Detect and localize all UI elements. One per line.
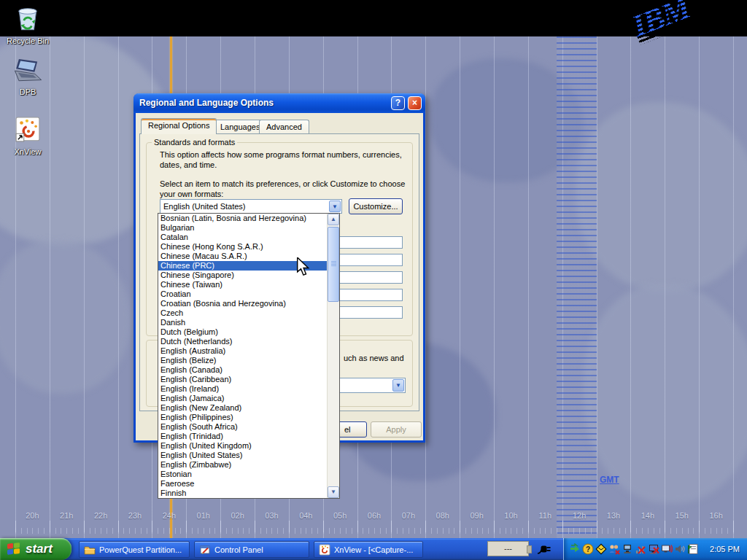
desktop-icon-label: XnView [0, 147, 55, 156]
start-button-label: start [26, 542, 53, 556]
gmt-meridian-band [557, 36, 597, 538]
taskbar: start PowerQuest Partition... Control Pa… [0, 538, 747, 560]
hour-label: 13h [597, 511, 631, 520]
hour-label: 03h [255, 511, 289, 520]
dialog-titlebar[interactable]: Regional and Language Options ? × [133, 93, 425, 113]
hour-label: 06h [357, 511, 392, 520]
volume-icon[interactable] [674, 543, 686, 555]
text-input-icon[interactable] [687, 543, 699, 555]
locale-list-item[interactable]: Bulgarian [158, 223, 327, 233]
task-label: Control Panel [214, 545, 263, 554]
hour-label: 02h [220, 511, 255, 520]
apply-button: Apply [371, 421, 422, 438]
hour-label: 04h [289, 511, 323, 520]
mouse-cursor [296, 257, 310, 280]
locale-list-item[interactable]: Faeroese [158, 479, 327, 489]
locale-list-item[interactable]: Estonian [158, 470, 327, 479]
xnview-task-icon [319, 544, 330, 556]
network-status-icon[interactable] [622, 543, 633, 555]
scrollbar[interactable]: ▲ ▼ [327, 214, 339, 498]
locale-list-item[interactable]: Croatian [158, 289, 327, 299]
locale-list-item[interactable]: English (Zimbabwe) [158, 460, 327, 470]
desktop-icon-recycle-bin[interactable]: Recycle Bin [0, 4, 55, 45]
hour-label: 12h [562, 511, 597, 520]
desktop: GMT 20h21h22h23h24h01h02h03h04h05h06h07h… [0, 0, 747, 560]
desktop-icon-label: DPB [0, 88, 55, 96]
taskbar-task-powerquest[interactable]: PowerQuest Partition... [79, 541, 190, 558]
locale-list-item[interactable]: English (Jamaica) [158, 394, 327, 403]
locale-list-item[interactable]: English (Philippines) [158, 413, 327, 422]
close-button[interactable]: × [408, 96, 422, 110]
tab-regional-options[interactable]: Regional Options [141, 118, 217, 134]
top-banner: IBM [0, 0, 747, 36]
hour-label: 16h [699, 511, 733, 520]
locale-list-item[interactable]: Czech [158, 308, 327, 318]
svg-text:?: ? [586, 545, 590, 553]
locale-list-item[interactable]: English (United States) [158, 451, 327, 460]
locale-list-item[interactable]: English (Caribbean) [158, 375, 327, 384]
hour-scale: 20h21h22h23h24h01h02h03h04h05h06h07h08h0… [15, 511, 733, 520]
taskbar-task-xnview[interactable]: XnView - [<Capture-... [314, 541, 423, 558]
power-profile-icon[interactable] [569, 543, 581, 555]
help-button[interactable]: ? [391, 96, 405, 110]
desktop-icon-dpb[interactable]: DPB [0, 58, 55, 96]
hour-label: 24h [152, 511, 186, 520]
locale-list-item[interactable]: Catalan [158, 233, 327, 242]
battery-meter[interactable]: --- [487, 541, 529, 556]
locale-list-item[interactable]: Chinese (Taiwan) [158, 280, 327, 289]
locale-list-item[interactable]: English (Canada) [158, 365, 327, 375]
locale-list-item[interactable]: Croatian (Bosnia and Herzegovina) [158, 299, 327, 308]
desktop-icon-label: Recycle Bin [0, 36, 55, 45]
locale-list-item[interactable]: Danish [158, 318, 327, 327]
messenger-offline-icon[interactable] [608, 543, 620, 555]
folder-icon [84, 544, 96, 556]
hour-label: 07h [391, 511, 425, 520]
taskbar-task-control-panel[interactable]: Control Panel [194, 541, 309, 558]
chevron-down-icon[interactable]: ▼ [392, 379, 404, 392]
locale-list-item[interactable]: Finnish [158, 489, 327, 498]
locale-list-item[interactable]: English (Belize) [158, 356, 327, 365]
desktop-icon-xnview[interactable]: XnView [0, 117, 55, 156]
ac-power-plug-icon [537, 544, 553, 555]
start-button[interactable]: start [0, 538, 71, 560]
locale-list-item[interactable]: English (New Zealand) [158, 403, 327, 413]
locale-dropdown-list: Bosnian (Latin, Bosnia and Herzegovina)B… [158, 213, 340, 499]
locale-list-item[interactable]: English (Australia) [158, 346, 327, 356]
display-disconnected-icon[interactable] [661, 543, 673, 555]
mail-notify-icon[interactable] [595, 543, 607, 555]
recycle-bin-icon [14, 4, 42, 32]
hour-label: 10h [494, 511, 528, 520]
locale-list-item[interactable]: Chinese (Hong Kong S.A.R.) [158, 242, 327, 252]
locale-list-item[interactable]: English (South Africa) [158, 422, 327, 432]
locale-list-items: Bosnian (Latin, Bosnia and Herzegovina)B… [158, 214, 327, 498]
task-label: XnView - [<Capture-... [334, 545, 413, 554]
control-panel-icon [199, 544, 211, 556]
hour-label: 21h [50, 511, 84, 520]
standards-description: This option affects how some programs fo… [160, 149, 408, 170]
system-error-icon[interactable] [648, 543, 659, 555]
locale-list-item[interactable]: English (Trinidad) [158, 432, 327, 441]
help-agent-icon[interactable]: ? [582, 543, 594, 555]
hour-label: 15h [665, 511, 699, 520]
xnview-icon [15, 117, 41, 143]
scroll-up-icon[interactable]: ▲ [328, 214, 339, 225]
hour-label: 05h [323, 511, 357, 520]
system-tray: ? [563, 538, 747, 560]
chevron-down-icon[interactable]: ▼ [329, 201, 341, 212]
locale-list-item[interactable]: English (United Kingdom) [158, 441, 327, 451]
hour-label: 20h [15, 511, 50, 520]
locale-list-item[interactable]: Dutch (Belgium) [158, 327, 327, 337]
locale-combobox[interactable]: English (United States) ▼ [160, 199, 342, 214]
scrollbar-thumb[interactable] [328, 227, 339, 302]
locale-list-item[interactable]: English (Ireland) [158, 384, 327, 394]
locale-list-item[interactable]: Dutch (Netherlands) [158, 337, 327, 346]
hour-label: 14h [630, 511, 665, 520]
customize-button[interactable]: Customize... [349, 198, 403, 214]
gmt-label: GMT [600, 475, 619, 485]
locale-list-item[interactable]: Bosnian (Latin, Bosnia and Herzegovina) [158, 214, 327, 223]
scroll-down-icon[interactable]: ▼ [328, 486, 339, 498]
taskbar-clock[interactable]: 2:05 PM [710, 545, 747, 553]
location-text-fragment: uch as news and [344, 353, 404, 363]
signal-unavailable-icon[interactable] [635, 543, 646, 555]
tab-advanced[interactable]: Advanced [259, 120, 309, 135]
